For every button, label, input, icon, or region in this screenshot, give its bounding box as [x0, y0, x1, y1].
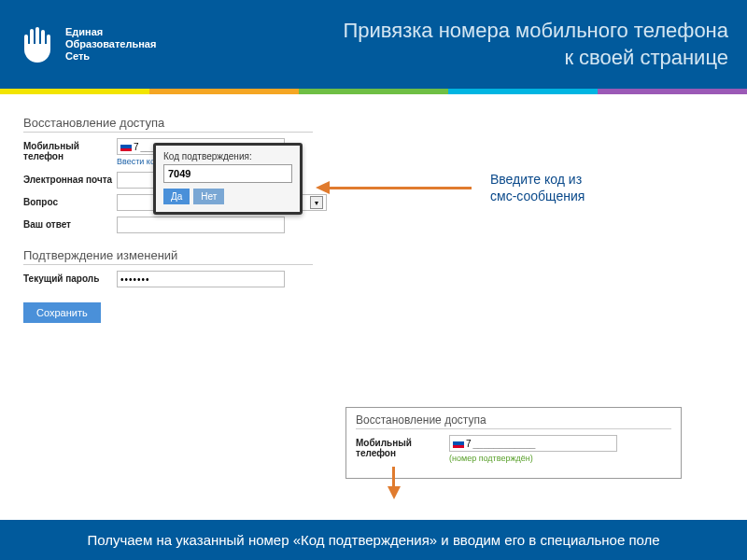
row-phone: Мобильный телефон 7 ____________ Ввести … [23, 138, 724, 166]
brand-line3: Сеть [65, 50, 156, 63]
label-phone: Мобильный телефон [23, 138, 117, 161]
section-confirm-title: Подтверждение изменений [23, 248, 313, 265]
content: Восстановление доступа Мобильный телефон… [0, 94, 747, 323]
footer-text: Получаем на указанный номер «Код подтвер… [0, 520, 747, 561]
arrow-annotation: Введите код из смс-сообщения [327, 171, 649, 204]
row-password: Текущий пароль ••••••• [23, 271, 724, 287]
inset-title: Восстановление доступа [356, 413, 671, 429]
chevron-down-icon: ▾ [310, 196, 323, 209]
page-title: Привязка номера мобильного телефона к св… [343, 18, 728, 71]
brand-line2: Образовательная [65, 38, 156, 50]
input-password[interactable]: ••••••• [117, 271, 285, 287]
input-answer[interactable] [117, 217, 285, 233]
flag-ru-icon [453, 439, 464, 448]
label-answer: Ваш ответ [23, 217, 117, 230]
annot-line2: смс-сообщения [490, 188, 649, 204]
hand-logo-icon [19, 25, 56, 64]
brand-line1: Единая [65, 26, 156, 38]
code-popup: Код подтверждения: Да Нет [153, 143, 303, 215]
section-access-title: Восстановление доступа [23, 116, 313, 133]
inset-panel: Восстановление доступа Мобильный телефон… [345, 407, 682, 479]
row-answer: Ваш ответ [23, 217, 724, 233]
save-button[interactable]: Сохранить [23, 302, 101, 323]
label-question: Вопрос [23, 194, 117, 207]
popup-label: Код подтверждения: [163, 151, 292, 161]
annot-line1: Введите код из [490, 171, 649, 188]
svg-rect-3 [41, 30, 45, 46]
logo: Единая Образовательная Сеть [19, 25, 156, 64]
label-password: Текущий пароль [23, 271, 117, 284]
inset-input-phone[interactable]: 7 ____________ [449, 435, 617, 452]
arrow-left-icon [327, 187, 472, 189]
inset-label-phone: Мобильный телефон [356, 435, 449, 458]
popup-yes-button[interactable]: Да [163, 189, 190, 204]
popup-code-input[interactable] [163, 164, 292, 183]
arrow-down-icon [388, 486, 401, 499]
flag-ru-icon [120, 142, 132, 151]
popup-no-button[interactable]: Нет [193, 189, 224, 204]
svg-rect-2 [35, 27, 39, 46]
confirmed-text: (номер подтверждён) [449, 454, 617, 463]
svg-rect-1 [30, 29, 34, 46]
header: Единая Образовательная Сеть Привязка ном… [0, 0, 747, 89]
label-email: Электронная почта [23, 172, 117, 185]
